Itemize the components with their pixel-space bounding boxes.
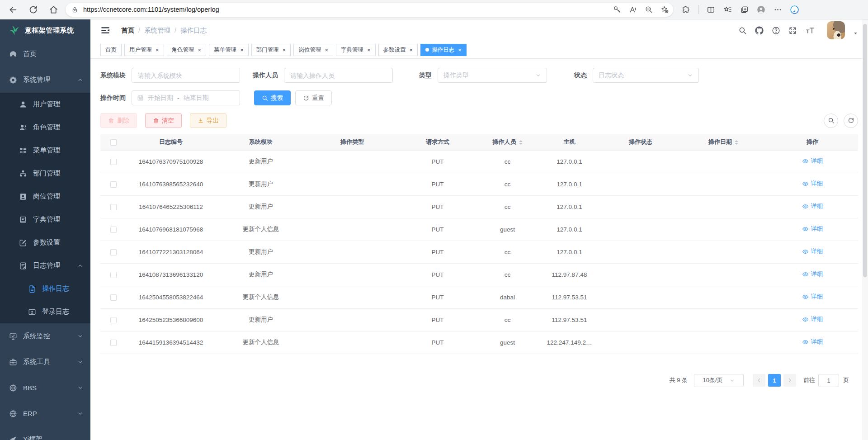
address-bar[interactable]: https://ccnetcore.com:1101/system/log/op… xyxy=(66,3,673,17)
clear-button[interactable]: 清空 xyxy=(145,113,182,128)
app-logo[interactable]: 意框架管理系统 xyxy=(0,19,90,41)
profile-icon[interactable] xyxy=(757,5,765,14)
caret-down-icon[interactable] xyxy=(853,31,858,36)
zoom-out-icon[interactable] xyxy=(645,5,653,14)
row-checkbox[interactable] xyxy=(110,227,117,233)
close-icon[interactable]: × xyxy=(458,47,462,53)
extensions-icon[interactable] xyxy=(681,5,690,14)
sidebar-item-dicts[interactable]: 字典管理 xyxy=(0,208,90,231)
row-checkbox[interactable] xyxy=(110,159,117,165)
tab-posts[interactable]: 岗位管理× xyxy=(293,44,333,56)
refresh-table-button[interactable] xyxy=(844,114,858,128)
sidebar-item-posts[interactable]: 岗位管理 xyxy=(0,185,90,208)
prev-page-button[interactable] xyxy=(753,374,765,387)
tab-depts[interactable]: 部门管理× xyxy=(251,44,291,56)
sidebar-item-operlog[interactable]: 操作日志 xyxy=(0,277,90,300)
sidebar-item-yi[interactable]: Yi框架 xyxy=(0,426,90,440)
sidebar-item-erp[interactable]: ERP xyxy=(0,401,90,426)
sidebar-item-home[interactable]: 首页 xyxy=(0,41,90,67)
close-icon[interactable]: × xyxy=(156,47,159,53)
detail-link[interactable]: 详细 xyxy=(802,247,823,255)
url-text[interactable]: https://ccnetcore.com:1101/system/log/op… xyxy=(83,6,613,13)
tab-users[interactable]: 用户管理× xyxy=(124,44,164,56)
add-favorite-icon[interactable] xyxy=(660,5,669,14)
close-icon[interactable]: × xyxy=(283,47,286,53)
detail-link[interactable]: 详细 xyxy=(802,270,823,278)
operator-input[interactable] xyxy=(284,68,393,83)
sort-control[interactable] xyxy=(735,138,738,147)
key-icon[interactable] xyxy=(613,5,621,14)
scrollbar-thumb[interactable] xyxy=(863,24,867,277)
tab-menus[interactable]: 菜单管理× xyxy=(209,44,249,56)
page-scrollbar[interactable] xyxy=(862,19,868,440)
close-icon[interactable]: × xyxy=(410,47,413,53)
goto-page-input[interactable] xyxy=(818,374,839,387)
next-page-button[interactable] xyxy=(783,374,796,387)
detail-link[interactable]: 详细 xyxy=(802,157,823,165)
close-icon[interactable]: × xyxy=(367,47,371,53)
sidebar-item-menus[interactable]: 菜单管理 xyxy=(0,139,90,162)
delete-button[interactable]: 删除 xyxy=(100,113,137,128)
home-icon[interactable] xyxy=(49,5,58,14)
detail-link[interactable]: 详细 xyxy=(802,315,823,323)
tab-operlog[interactable]: 操作日志× xyxy=(420,44,467,56)
more-icon[interactable] xyxy=(774,5,782,14)
sidebar-collapse-icon[interactable] xyxy=(100,25,110,35)
row-checkbox[interactable] xyxy=(110,317,117,323)
page-size-select[interactable]: 10条/页 xyxy=(694,374,744,387)
close-icon[interactable]: × xyxy=(240,47,244,53)
question-icon[interactable] xyxy=(772,26,780,35)
date-range-input[interactable]: 开始日期 - 结束日期 xyxy=(132,90,240,105)
export-button[interactable]: 导出 xyxy=(190,113,226,128)
page-number-button[interactable]: 1 xyxy=(768,374,781,387)
detail-link[interactable]: 详细 xyxy=(802,338,823,346)
sidebar-item-params[interactable]: 参数设置 xyxy=(0,231,90,254)
row-checkbox[interactable] xyxy=(110,294,117,301)
sidebar-item-monitor[interactable]: 系统监控 xyxy=(0,323,90,349)
module-input[interactable] xyxy=(132,68,240,83)
bing-chat-icon[interactable] xyxy=(790,5,799,14)
detail-link[interactable]: 详细 xyxy=(802,180,823,188)
detail-link[interactable]: 详细 xyxy=(802,202,823,210)
refresh-icon[interactable] xyxy=(28,5,38,14)
tab-dicts[interactable]: 字典管理× xyxy=(336,44,376,56)
row-checkbox[interactable] xyxy=(110,204,117,210)
favorites-bar-icon[interactable] xyxy=(723,5,732,14)
tab-home[interactable]: 首页 xyxy=(100,44,122,56)
reset-button[interactable]: 重置 xyxy=(295,90,332,105)
search-button[interactable]: 搜索 xyxy=(254,90,291,105)
search-icon[interactable] xyxy=(738,26,747,35)
close-icon[interactable]: × xyxy=(198,47,202,53)
row-checkbox[interactable] xyxy=(110,181,117,188)
tab-params[interactable]: 参数设置× xyxy=(378,44,418,56)
sidebar-item-depts[interactable]: 部门管理 xyxy=(0,162,90,185)
select-all-checkbox[interactable] xyxy=(110,139,117,146)
row-checkbox[interactable] xyxy=(110,249,117,255)
split-screen-icon[interactable] xyxy=(707,5,715,14)
row-checkbox[interactable] xyxy=(110,272,117,278)
sidebar-item-logs[interactable]: 日志管理 xyxy=(0,254,90,277)
read-aloud-icon[interactable] xyxy=(629,5,637,14)
back-icon[interactable] xyxy=(8,5,18,14)
show-search-button[interactable] xyxy=(824,114,838,128)
sidebar-item-system[interactable]: 系统管理 xyxy=(0,67,90,93)
font-size-icon[interactable] xyxy=(805,26,815,35)
detail-link[interactable]: 详细 xyxy=(802,225,823,233)
sidebar-item-bbs[interactable]: BBS xyxy=(0,375,90,401)
fullscreen-icon[interactable] xyxy=(788,26,797,35)
user-avatar[interactable] xyxy=(827,21,845,39)
sidebar-item-loginlog[interactable]: 登录日志 xyxy=(0,300,90,323)
status-select[interactable]: 日志状态 xyxy=(593,68,699,83)
detail-link[interactable]: 详细 xyxy=(802,293,823,301)
row-checkbox[interactable] xyxy=(110,340,117,346)
type-select[interactable]: 操作类型 xyxy=(438,68,547,83)
collections-icon[interactable] xyxy=(740,5,749,14)
github-icon[interactable] xyxy=(755,26,764,35)
sidebar-item-roles[interactable]: 角色管理 xyxy=(0,116,90,139)
breadcrumb-item[interactable]: 首页 xyxy=(121,26,134,35)
sidebar-item-tools[interactable]: 系统工具 xyxy=(0,349,90,375)
sidebar-item-users[interactable]: 用户管理 xyxy=(0,93,90,116)
close-icon[interactable]: × xyxy=(325,47,328,53)
sort-control[interactable] xyxy=(519,138,523,147)
tab-roles[interactable]: 角色管理× xyxy=(167,44,207,56)
